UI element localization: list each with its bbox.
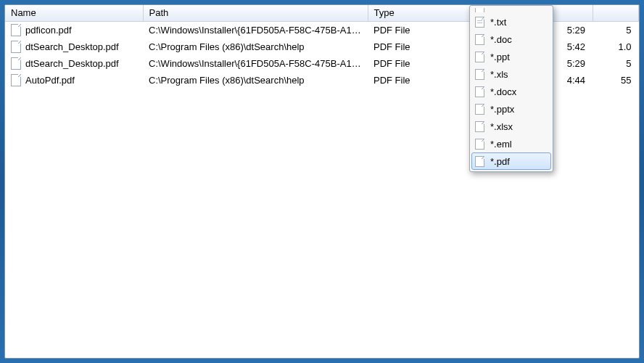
file-name: pdficon.pdf xyxy=(25,25,72,36)
file-size: 5 xyxy=(593,22,639,39)
file-path: C:\Program Files (x86)\dtSearch\help xyxy=(143,38,368,55)
file-icon xyxy=(11,74,21,86)
dropdown-item-label: *.eml xyxy=(490,139,512,150)
dropdown-item-label: *.xls xyxy=(490,69,508,80)
dropdown-item[interactable]: *.pdf xyxy=(471,152,551,170)
file-size: 1.0 xyxy=(593,38,639,55)
dropdown-item-label: *.pptx xyxy=(490,104,514,115)
dropdown-item[interactable]: *.xls xyxy=(471,65,551,83)
col-header-size[interactable] xyxy=(593,5,639,22)
file-icon xyxy=(475,52,484,62)
dropdown-item-clipped[interactable] xyxy=(471,7,551,13)
file-icon xyxy=(475,7,484,13)
file-name: AutoPdf.pdf xyxy=(25,75,75,86)
file-name: dtSearch_Desktop.pdf xyxy=(25,41,119,52)
dropdown-item-label: *.txt xyxy=(490,17,506,28)
file-list-pane: Name Path Type pdficon.pdfC:\Windows\Ins… xyxy=(4,4,640,359)
file-size: 55 xyxy=(593,72,639,89)
dropdown-item-label: *.docx xyxy=(490,86,516,97)
dropdown-item[interactable]: *.docx xyxy=(471,83,551,100)
dropdown-item-label: *.ppt xyxy=(490,52,510,62)
file-icon xyxy=(11,57,21,70)
file-icon xyxy=(475,86,484,97)
filetype-filter-dropdown[interactable]: *.txt*.doc*.ppt*.xls*.docx*.pptx*.xlsx*.… xyxy=(469,5,553,172)
file-icon xyxy=(475,121,484,132)
file-name: dtSearch_Desktop.pdf xyxy=(25,58,119,69)
dropdown-item[interactable]: *.ppt xyxy=(471,48,551,65)
file-icon xyxy=(475,34,484,45)
dropdown-item[interactable]: *.pptx xyxy=(471,100,551,118)
file-path: C:\Windows\Installer\{61FD505A-F58C-475B… xyxy=(143,22,368,39)
file-size: 5 xyxy=(593,55,639,72)
file-path: C:\Program Files (x86)\dtSearch\help xyxy=(143,72,368,89)
file-path: C:\Windows\Installer\{61FD505A-F58C-475B… xyxy=(143,55,368,72)
dropdown-item-label: *.pdf xyxy=(490,156,510,167)
dropdown-item-label: *.xlsx xyxy=(490,121,513,132)
file-icon xyxy=(475,139,484,150)
dropdown-item[interactable]: *.txt xyxy=(471,13,551,30)
file-icon xyxy=(11,24,21,36)
col-header-name[interactable]: Name xyxy=(5,5,143,22)
dropdown-item-label: *.doc xyxy=(490,34,512,45)
dropdown-item[interactable]: *.doc xyxy=(471,30,551,48)
file-icon xyxy=(475,17,484,28)
dropdown-item[interactable]: *.xlsx xyxy=(471,118,551,135)
file-icon xyxy=(475,69,484,80)
col-header-path[interactable]: Path xyxy=(143,5,368,22)
file-icon xyxy=(475,156,484,167)
dropdown-item[interactable]: *.eml xyxy=(471,135,551,152)
file-icon xyxy=(11,41,21,53)
file-icon xyxy=(475,104,484,115)
